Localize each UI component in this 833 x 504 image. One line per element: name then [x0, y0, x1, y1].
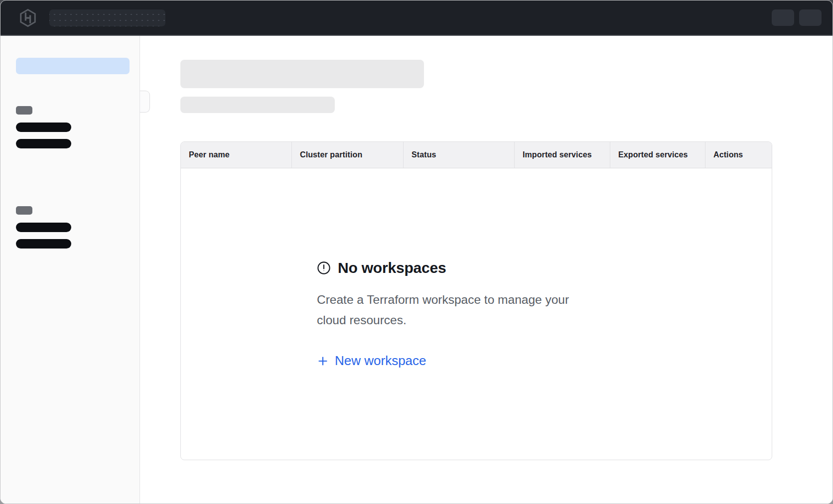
- table-empty-body: No workspaces Create a Terraform workspa…: [181, 168, 772, 460]
- empty-state-description-line: cloud resources.: [317, 310, 569, 330]
- empty-state-heading: No workspaces: [317, 259, 446, 276]
- topbar-button-placeholder-1[interactable]: [772, 9, 794, 26]
- column-header-imported-services: Imported services: [514, 142, 610, 168]
- sidebar-active-item-placeholder[interactable]: [16, 58, 130, 74]
- sidebar-nav-item-placeholder[interactable]: [16, 239, 71, 249]
- topbar-button-placeholder-2[interactable]: [799, 9, 822, 26]
- alert-circle-icon: [317, 261, 331, 275]
- sidebar-section-label-placeholder: [16, 106, 32, 115]
- column-header-peer-name: Peer name: [181, 142, 291, 168]
- sidebar: [0, 36, 140, 504]
- column-header-exported-services: Exported services: [610, 142, 705, 168]
- topbar-actions: [772, 9, 822, 26]
- hashicorp-logo-icon[interactable]: [18, 8, 37, 27]
- workspaces-table: Peer name Cluster partition Status Impor…: [180, 141, 772, 460]
- sidebar-nav-item-placeholder[interactable]: [16, 123, 71, 132]
- empty-state-description: Create a Terraform workspace to manage y…: [317, 289, 569, 330]
- empty-state: No workspaces Create a Terraform workspa…: [317, 259, 636, 369]
- sidebar-collapse-handle[interactable]: [140, 91, 150, 113]
- topbar-nav-placeholder[interactable]: [49, 9, 165, 26]
- table-header-row: Peer name Cluster partition Status Impor…: [181, 142, 772, 168]
- app-shell: Peer name Cluster partition Status Impor…: [0, 36, 833, 504]
- new-workspace-link-label: New workspace: [335, 353, 426, 369]
- sidebar-section-label-placeholder: [16, 206, 32, 215]
- new-workspace-link[interactable]: New workspace: [317, 353, 426, 369]
- empty-state-title: No workspaces: [338, 259, 446, 276]
- main-content: Peer name Cluster partition Status Impor…: [140, 36, 833, 504]
- empty-state-description-line: Create a Terraform workspace to manage y…: [317, 289, 569, 310]
- column-header-status: Status: [403, 142, 514, 168]
- app-window: Peer name Cluster partition Status Impor…: [0, 0, 833, 504]
- sidebar-nav-item-placeholder[interactable]: [16, 223, 71, 232]
- page-subtitle-placeholder: [180, 97, 335, 113]
- sidebar-nav-item-placeholder[interactable]: [16, 139, 71, 148]
- plus-icon: [317, 355, 329, 367]
- column-header-actions: Actions: [705, 142, 772, 168]
- topbar: [0, 0, 833, 36]
- page-title-placeholder: [180, 60, 424, 88]
- column-header-cluster-partition: Cluster partition: [291, 142, 403, 168]
